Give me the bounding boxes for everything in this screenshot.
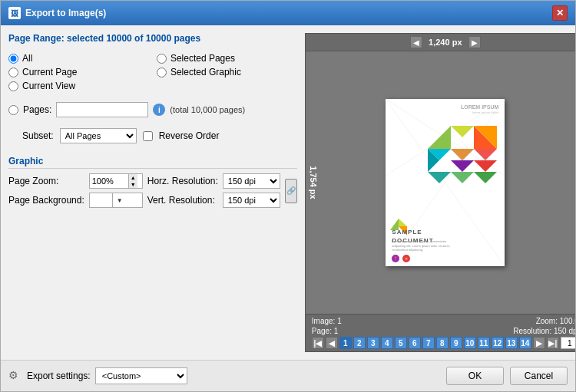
pages-label[interactable]: Pages: xyxy=(23,104,51,115)
doc-sub-text: Lorem ipsum dolor sit amet, consectetur … xyxy=(392,239,461,252)
export-settings-label: Export settings: xyxy=(27,371,91,381)
preview-document: LOREM IPSUM lorem ipsum dolor xyxy=(386,99,505,266)
radio-selected-pages-label[interactable]: Selected Pages xyxy=(170,53,235,64)
shapes-area xyxy=(424,114,501,199)
doc-icon-2: ✕ xyxy=(402,255,410,262)
bottom-bar: ⚙ Export settings: <Custom> OK Cancel xyxy=(1,360,575,391)
radio-all-row: All xyxy=(8,53,149,64)
radio-selected-graphic[interactable] xyxy=(157,68,167,77)
preview-panel: ◀ 1,240 px ▶ 1,754 px xyxy=(305,33,575,352)
color-box xyxy=(90,193,113,207)
reverse-order-checkbox[interactable] xyxy=(143,131,153,141)
radio-group: All Selected Pages Current Page Selected… xyxy=(8,53,297,91)
page-btn-2[interactable]: 2 xyxy=(353,337,366,349)
page-btn-7[interactable]: 7 xyxy=(422,337,435,349)
export-settings-select[interactable]: <Custom> xyxy=(95,367,187,384)
doc-icon-1: 📍 xyxy=(392,255,399,262)
page-first-btn[interactable]: |◀ xyxy=(312,337,324,349)
graphic-grid: Page Zoom: ▲ ▼ Horz. Resolution: 150 dpi… xyxy=(8,173,297,208)
preview-area: 1,754 px LOREM IPSUM lorem ipsum dolor xyxy=(306,51,575,314)
titlebar: 🖼 Export to Image(s) ✕ xyxy=(1,1,575,25)
ok-button[interactable]: OK xyxy=(446,367,504,385)
zoom-info: Zoom: 100.0 xyxy=(536,317,575,325)
export-settings: ⚙ Export settings: <Custom> xyxy=(8,367,187,384)
preview-nav-left[interactable]: ◀ xyxy=(410,36,422,48)
page-zoom-up[interactable]: ▲ xyxy=(129,174,137,181)
preview-footer: Image: 1 Zoom: 100.0 Page: 1 Resolution:… xyxy=(306,314,575,351)
link-icon[interactable]: 🔗 xyxy=(285,179,297,203)
svg-marker-12 xyxy=(428,172,451,183)
export-dialog: 🖼 Export to Image(s) ✕ Page Range: selec… xyxy=(0,0,576,392)
radio-pages[interactable] xyxy=(8,105,18,115)
footer-info: Image: 1 Zoom: 100.0 xyxy=(312,317,575,325)
vert-resolution-select[interactable]: 150 dpi 72 dpi 96 dpi 300 dpi xyxy=(223,193,280,208)
page-zoom-label: Page Zoom: xyxy=(8,176,84,186)
radio-selected-graphic-row: Selected Graphic xyxy=(157,67,297,77)
color-dropdown-arrow[interactable]: ▼ xyxy=(113,193,127,207)
page-btn-1[interactable]: 1 xyxy=(339,337,352,349)
cancel-button[interactable]: Cancel xyxy=(510,367,568,385)
page-btn-11[interactable]: 11 xyxy=(478,337,490,349)
radio-selected-pages[interactable] xyxy=(157,54,167,64)
page-btn-4[interactable]: 4 xyxy=(381,337,393,349)
reverse-order-label[interactable]: Reverse Order xyxy=(159,130,220,141)
main-content: Page Range: selected 10000 of 10000 page… xyxy=(1,25,575,360)
image-info: Image: 1 xyxy=(312,317,342,325)
page-prev-btn[interactable]: ◀ xyxy=(326,337,338,349)
pages-input[interactable] xyxy=(56,102,148,117)
page-next-btn[interactable]: ▶ xyxy=(533,337,545,349)
page-background-label: Page Background: xyxy=(8,195,84,206)
svg-marker-5 xyxy=(451,126,474,137)
subset-select[interactable]: All Pages xyxy=(60,128,137,143)
radio-current-page-row: Current Page xyxy=(8,67,149,77)
page-btn-13[interactable]: 13 xyxy=(505,337,518,349)
radio-current-view-label[interactable]: Current View xyxy=(22,81,75,91)
preview-nav-right[interactable]: ▶ xyxy=(468,36,481,48)
tangram-svg xyxy=(424,114,501,199)
page-last-btn[interactable]: ▶| xyxy=(547,337,559,349)
horz-resolution-label: Horz. Resolution: xyxy=(147,176,218,186)
doc-sample: SAMPLE xyxy=(392,229,433,236)
info-icon[interactable]: i xyxy=(153,104,165,116)
svg-marker-17 xyxy=(451,149,474,160)
page-btn-10[interactable]: 10 xyxy=(464,337,476,349)
page-jump-input[interactable] xyxy=(561,337,575,349)
doc-title: LOREM IPSUM lorem ipsum dolor xyxy=(461,104,498,114)
page-range-info: Page Range: selected 10000 of 10000 page… xyxy=(8,33,297,44)
page-btn-8[interactable]: 8 xyxy=(436,337,449,349)
resolution-info: Resolution: 150 dpi xyxy=(513,327,575,335)
radio-all-label[interactable]: All xyxy=(22,53,32,64)
graphic-section: Graphic Page Zoom: ▲ ▼ Horz. Resolution:… xyxy=(8,156,297,212)
page-btn-9[interactable]: 9 xyxy=(450,337,462,349)
svg-marker-15 xyxy=(451,172,474,183)
page-btn-6[interactable]: 6 xyxy=(409,337,421,349)
radio-current-view[interactable] xyxy=(8,81,18,91)
radio-selected-graphic-label[interactable]: Selected Graphic xyxy=(170,67,241,77)
page-zoom-down[interactable]: ▼ xyxy=(129,181,137,188)
page-btn-14[interactable]: 14 xyxy=(519,337,531,349)
dialog-title: Export to Image(s) xyxy=(25,8,106,18)
svg-marker-16 xyxy=(474,172,497,183)
subset-reverse-row: Subset: All Pages Reverse Order xyxy=(22,128,297,143)
dialog-icon: 🖼 xyxy=(8,7,21,19)
horz-resolution-select[interactable]: 150 dpi 72 dpi 96 dpi 300 dpi xyxy=(223,173,280,189)
page-nav: |◀ ◀ 1 2 3 4 5 6 7 8 9 10 11 12 13 14 ▶ xyxy=(312,337,575,349)
radio-current-view-row: Current View xyxy=(8,81,149,91)
page-btn-3[interactable]: 3 xyxy=(367,337,379,349)
vert-resolution-label: Vert. Resolution: xyxy=(147,195,218,206)
page-zoom-input[interactable] xyxy=(90,174,128,188)
total-pages-label: (total 10,000 pages) xyxy=(170,105,245,114)
svg-marker-4 xyxy=(428,126,451,149)
titlebar-left: 🖼 Export to Image(s) xyxy=(8,7,106,19)
page-btn-12[interactable]: 12 xyxy=(492,337,504,349)
radio-all[interactable] xyxy=(8,54,18,64)
page-info: Page: 1 xyxy=(312,327,338,335)
radio-current-page-label[interactable]: Current Page xyxy=(22,67,77,77)
page-btn-5[interactable]: 5 xyxy=(395,337,407,349)
svg-marker-13 xyxy=(474,149,497,160)
footer-info-2: Page: 1 Resolution: 150 dpi xyxy=(312,327,575,335)
preview-header: ◀ 1,240 px ▶ xyxy=(306,34,575,51)
preview-height: 1,754 px xyxy=(309,166,318,199)
close-button[interactable]: ✕ xyxy=(552,5,568,21)
radio-current-page[interactable] xyxy=(8,68,18,77)
